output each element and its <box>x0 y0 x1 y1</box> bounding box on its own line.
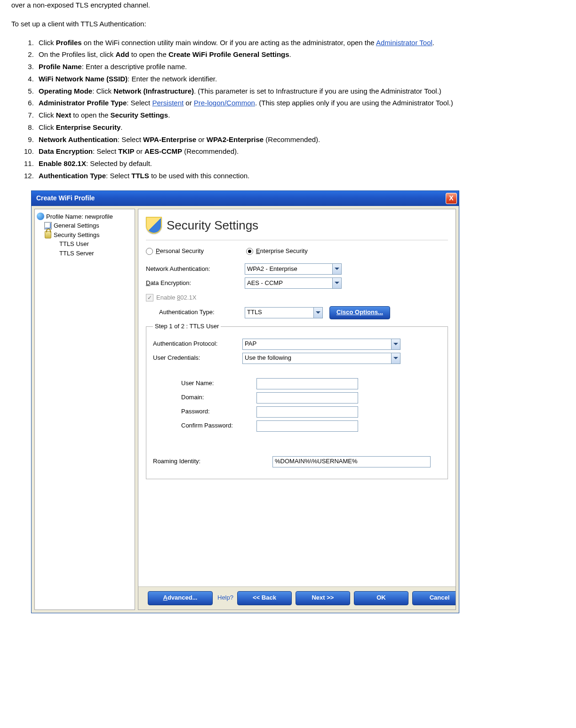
cancel-button[interactable]: Cancel <box>412 591 456 605</box>
label: TTLS Server <box>59 249 94 258</box>
advanced-button[interactable]: Advanced... <box>148 591 213 605</box>
network-auth-combo[interactable]: WPA2 - Enterprise <box>245 263 342 275</box>
tree-ttls-server[interactable]: TTLS Server <box>59 249 133 258</box>
step-6: Administrator Profile Type: Select Persi… <box>36 98 565 108</box>
combo-value: WPA2 - Enterprise <box>247 265 297 274</box>
step-2: On the Profiles list, click Add to open … <box>36 49 565 60</box>
text: to open the <box>71 111 110 119</box>
dialog-footer: Advanced... Help? << Back Next >> OK Can… <box>138 586 456 609</box>
text: or <box>196 135 207 143</box>
domain-label: Domain: <box>181 393 256 402</box>
tree-general-settings[interactable]: General Settings <box>44 221 133 230</box>
text: : Select <box>127 99 152 107</box>
label: Profile Name: newprofile <box>46 212 113 222</box>
chevron-down-icon <box>391 353 400 364</box>
enterprise-security-radio[interactable]: Enterprise Security <box>246 247 308 256</box>
text: on the WiFi connection utility main wind… <box>82 39 376 47</box>
text-bold: WPA-Enterprise <box>143 135 196 143</box>
step-10: Data Encryption: Select TKIP or AES-CCMP… <box>36 146 565 157</box>
domain-input[interactable] <box>256 392 358 404</box>
text: to open the <box>129 50 168 58</box>
label: General Settings <box>54 221 99 230</box>
label: Enable 802.1X <box>156 293 196 302</box>
text-bold: Profile Name <box>39 63 82 71</box>
text: : Select <box>93 147 118 155</box>
help-link[interactable]: Help? <box>217 593 233 602</box>
roaming-identity-label: Roaming Identity: <box>153 457 272 466</box>
text: (Recommended). <box>264 135 320 143</box>
label: Personal Security <box>156 247 204 256</box>
text: : Selected by default. <box>86 159 152 167</box>
text-bold: Authentication Type <box>39 172 106 180</box>
combo-value: AES - CCMP <box>247 279 283 288</box>
label: Enterprise Security <box>256 247 308 256</box>
combo-value: TTLS <box>247 308 262 317</box>
text-bold: Enable 802.1X <box>39 159 86 167</box>
text: . <box>168 111 170 119</box>
create-wifi-profile-dialog: Create WiFi Profile X Profile Name: newp… <box>31 190 459 613</box>
user-credentials-combo[interactable]: Use the following <box>242 353 400 364</box>
step-1: Click Profiles on the WiFi connection ut… <box>36 38 565 48</box>
password-label: Password: <box>181 407 256 416</box>
step-12: Authentication Type: Select TTLS to be u… <box>36 171 565 181</box>
next-button[interactable]: Next >> <box>296 591 350 605</box>
auth-type-combo[interactable]: TTLS <box>245 307 323 318</box>
personal-security-radio[interactable]: Personal Security <box>146 247 204 256</box>
text-bold: Security Settings <box>111 111 168 119</box>
enable-8021x-checkbox: Enable 802.1X <box>146 293 448 302</box>
username-label: User Name: <box>181 379 256 388</box>
text-bold: TTLS <box>131 172 149 180</box>
text: or <box>134 147 144 155</box>
group-legend: Step 1 of 2 : TTLS User <box>153 322 221 331</box>
text: : Click <box>92 87 113 95</box>
checkbox-checked-disabled-icon <box>146 294 153 301</box>
profile-tree: Profile Name: newprofile General Setting… <box>34 209 135 610</box>
text-bold: Administrator Profile Type <box>39 99 127 107</box>
persistent-link[interactable]: Persistent <box>152 99 184 107</box>
text: : Enter a descriptive profile name. <box>82 63 187 71</box>
text-bold: Data Encryption <box>39 147 93 155</box>
ok-button[interactable]: OK <box>354 591 408 605</box>
tree-security-settings[interactable]: Security Settings <box>44 230 133 240</box>
data-encryption-combo[interactable]: AES - CCMP <box>245 277 342 289</box>
confirm-password-input[interactable] <box>256 420 358 432</box>
tree-profile-root[interactable]: Profile Name: newprofile <box>37 212 133 222</box>
chevron-down-icon <box>332 264 341 274</box>
radio-off-icon <box>146 248 153 255</box>
text: . <box>120 123 122 131</box>
tree-ttls-user[interactable]: TTLS User <box>59 239 133 249</box>
text: : Select <box>106 172 131 180</box>
text-bold: Next <box>56 111 72 119</box>
titlebar[interactable]: Create WiFi Profile X <box>32 191 459 206</box>
text: : Enter the network identifier. <box>128 75 217 83</box>
combo-value: Use the following <box>245 354 291 363</box>
radio-on-icon <box>246 248 253 255</box>
text: On the Profiles list, click <box>39 50 115 58</box>
text: Click <box>39 39 56 47</box>
username-input[interactable] <box>256 378 358 389</box>
back-button[interactable]: << Back <box>237 591 292 605</box>
text-bold: AES-CCMP <box>144 147 182 155</box>
combo-value: PAP <box>245 340 256 348</box>
text: . <box>432 39 434 47</box>
text-bold: TKIP <box>118 147 134 155</box>
step-8: Click Enterprise Security. <box>36 122 565 133</box>
auth-protocol-combo[interactable]: PAP <box>242 339 400 350</box>
roaming-identity-input[interactable]: %DOMAIN%\%USERNAME% <box>272 456 431 467</box>
text-bold: WiFi Network Name (SSID) <box>39 75 128 83</box>
text-bold: WPA2-Enterprise <box>207 135 264 143</box>
prelogon-link[interactable]: Pre-logon/Common <box>194 99 255 107</box>
close-icon[interactable]: X <box>446 193 457 204</box>
ttls-user-group: Step 1 of 2 : TTLS User Authentication P… <box>146 322 448 479</box>
auth-type-label: Authentication Type: <box>159 308 245 317</box>
admin-tool-link[interactable]: Administrator Tool <box>376 39 432 47</box>
step-7: Click Next to open the Security Settings… <box>36 110 565 120</box>
text-bold: Add <box>115 50 129 58</box>
text: . (This step applies only if you are usi… <box>255 99 453 107</box>
dialog-title: Create WiFi Profile <box>36 193 95 203</box>
text-bold: Network (Infrastructure) <box>113 87 194 95</box>
password-input[interactable] <box>256 406 358 418</box>
cisco-options-button[interactable]: Cisco Options... <box>329 306 390 319</box>
chevron-down-icon <box>391 339 400 349</box>
text: Click <box>39 111 56 119</box>
